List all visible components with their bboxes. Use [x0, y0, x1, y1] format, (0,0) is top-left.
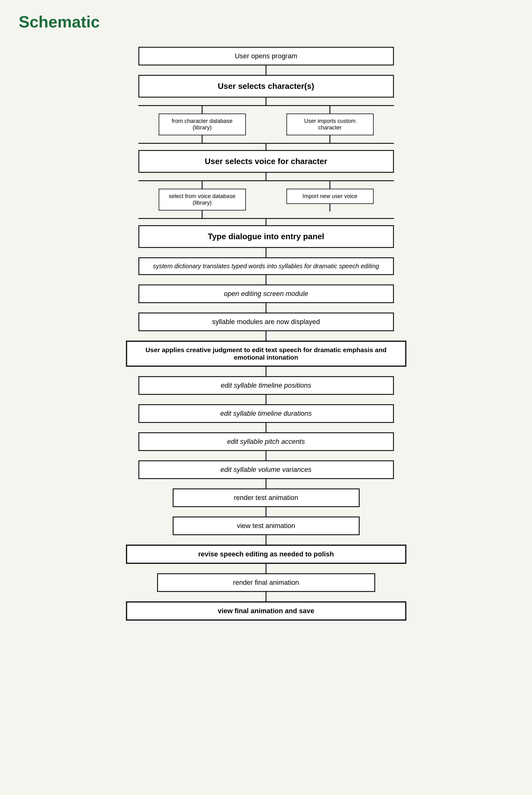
connector: [266, 66, 266, 75]
node-revise-speech-editing: revise speech editing as needed to polis…: [126, 544, 406, 564]
node-user-applies-judgment: User applies creative judgment to edit t…: [126, 340, 406, 367]
connector: [266, 331, 266, 340]
node-view-test-animation: view test animation: [173, 517, 360, 535]
node-render-final-animation: render final animation: [157, 573, 375, 592]
page-title: Schematic: [19, 13, 513, 31]
voice-branch: select from voice database (library) Imp…: [117, 173, 416, 225]
connector: [266, 592, 266, 601]
character-branch: from character database (library) User i…: [117, 98, 416, 150]
node-import-new-user-voice: Import new user voice: [286, 189, 374, 204]
node-edit-timeline-durations: edit syllable timeline durations: [138, 404, 394, 423]
node-edit-volume-variances: edit syllable volume variances: [138, 460, 394, 479]
connector: [266, 535, 266, 544]
connector: [266, 564, 266, 573]
connector: [266, 248, 266, 257]
node-syllable-modules-displayed: syllable modules are now displayed: [138, 313, 394, 331]
node-render-test-animation: render test animation: [173, 488, 360, 507]
node-user-opens-program: User opens program: [138, 47, 394, 66]
node-type-dialogue: Type dialogue into entry panel: [138, 225, 394, 248]
connector: [266, 303, 266, 313]
node-user-selects-voice: User selects voice for character: [138, 150, 394, 173]
connector: [266, 395, 266, 404]
node-edit-pitch-accents: edit syllable pitch accents: [138, 432, 394, 451]
connector: [266, 275, 266, 284]
node-user-selects-characters: User selects character(s): [138, 75, 394, 98]
connector: [266, 451, 266, 460]
flowchart: User opens program User selects characte…: [19, 47, 513, 621]
node-open-editing-screen: open editing screen module: [138, 284, 394, 303]
node-edit-timeline-positions: edit syllable timeline positions: [138, 376, 394, 395]
node-view-final-animation: view final animation and save: [126, 601, 406, 621]
node-user-imports-custom: User imports custom character: [286, 113, 374, 135]
connector: [266, 367, 266, 376]
node-select-from-voice-database: select from voice database (library): [159, 189, 246, 210]
connector: [266, 479, 266, 488]
connector: [266, 423, 266, 432]
node-system-dictionary: system dictionary translates typed words…: [138, 257, 394, 275]
connector: [266, 507, 266, 517]
node-from-character-database: from character database (library): [159, 113, 246, 135]
